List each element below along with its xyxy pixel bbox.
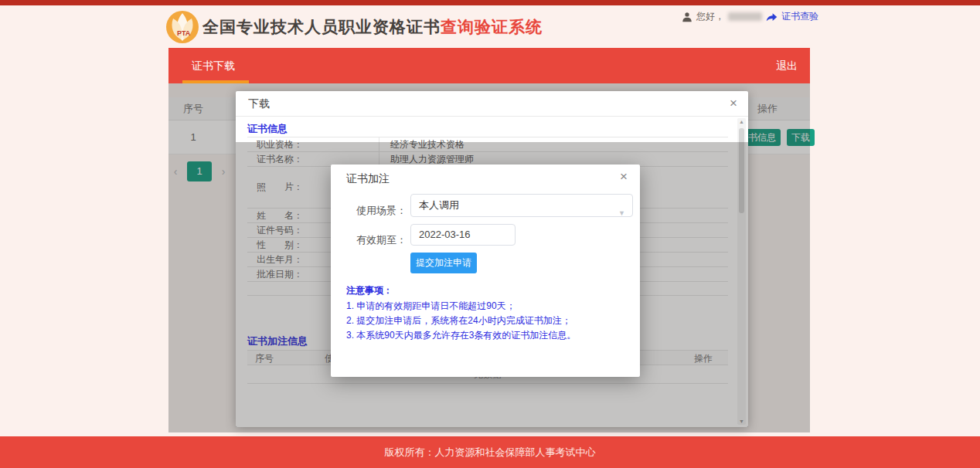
page-title-main: 全国专业技术人员职业资格证书	[202, 18, 441, 36]
annotation-modal-title: 证书加注	[346, 172, 390, 186]
copyright-text: 版权所有：人力资源和社会保障部人事考试中心	[0, 436, 980, 468]
scrollbar-up-icon[interactable]: ▲	[737, 119, 746, 124]
top-accent-strip	[0, 0, 980, 5]
chevron-down-icon: ▼	[618, 202, 625, 224]
download-modal-title: 下载	[248, 91, 270, 117]
scene-select-value: 本人调用	[419, 199, 459, 211]
note-line-3: 3. 本系统90天内最多允许存在3条有效的证书加注信息。	[346, 329, 576, 342]
download-modal-header: 下载 ×	[236, 91, 748, 117]
scene-label: 使用场景：	[331, 199, 407, 222]
note-line-2: 2. 提交加注申请后，系统将在24小时内完成证书加注；	[346, 314, 571, 327]
submit-annotation-button[interactable]: 提交加注申请	[410, 253, 477, 273]
scene-select[interactable]: 本人调用 ▼	[410, 194, 633, 217]
logout-button[interactable]: 退出	[776, 48, 798, 83]
download-modal-close-icon[interactable]: ×	[730, 91, 737, 115]
note-line-1: 1. 申请的有效期距申请日不能超过90天；	[346, 300, 516, 313]
nav-item-cert-download[interactable]: 证书下载	[192, 48, 235, 83]
annotation-modal: 证书加注 × 使用场景： 本人调用 ▼ 有效期至： 2022-03-16 提交加…	[331, 164, 640, 377]
page-title: 全国专业技术人员职业资格证书查询验证系统	[202, 16, 543, 38]
page-title-accent: 查询验证系统	[441, 18, 543, 36]
user-area: 您好， 证书查验	[682, 10, 818, 23]
notes-title: 注意事项：	[346, 284, 393, 297]
footer: 版权所有：人力资源和社会保障部人事考试中心	[0, 436, 980, 468]
expiry-label: 有效期至：	[331, 229, 407, 251]
pta-logo: PTA	[165, 10, 199, 44]
nav-bar: 证书下载 退出	[168, 48, 810, 83]
user-name-redacted	[728, 12, 762, 21]
annotation-modal-close-icon[interactable]: ×	[620, 169, 628, 185]
user-icon	[682, 12, 692, 22]
expiry-date-input[interactable]: 2022-03-16	[410, 224, 516, 246]
cert-info-section-title: 证书信息	[247, 122, 288, 136]
verify-link[interactable]: 证书查验	[781, 10, 818, 23]
greeting-text: 您好，	[696, 10, 724, 23]
svg-text:PTA: PTA	[177, 29, 191, 37]
share-arrow-icon	[766, 12, 778, 22]
